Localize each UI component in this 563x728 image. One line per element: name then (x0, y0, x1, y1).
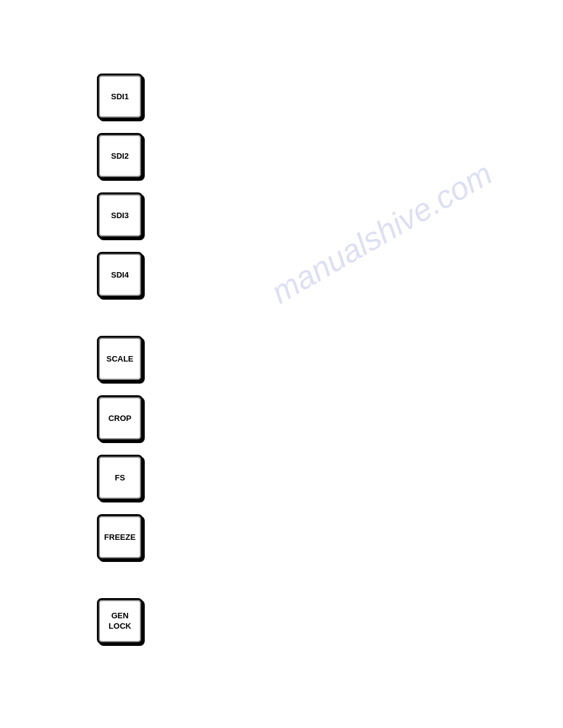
crop-label: CROP (109, 414, 132, 423)
freeze-button[interactable]: FREEZE (97, 514, 143, 560)
sdi3-button[interactable]: SDI3 (97, 192, 143, 238)
sdi4-button[interactable]: SDI4 (97, 252, 143, 298)
scale-button[interactable]: SCALE (97, 336, 143, 382)
scale-label: SCALE (106, 354, 133, 364)
watermark: manualshive.com (265, 155, 498, 311)
crop-button[interactable]: CROP (97, 395, 143, 441)
buttons-panel: SDI1 SDI2 SDI3 SDI4 SCALE CROP FS FREEZE… (97, 74, 143, 644)
sdi2-button[interactable]: SDI2 (97, 133, 143, 179)
genlock-label: GENLOCK (109, 611, 131, 632)
sdi3-label: SDI3 (111, 211, 129, 221)
fs-button[interactable]: FS (97, 455, 143, 501)
sdi1-label: SDI1 (111, 92, 129, 102)
genlock-button[interactable]: GENLOCK (97, 598, 143, 644)
freeze-label: FREEZE (104, 533, 136, 542)
fs-label: FS (115, 473, 125, 483)
sdi1-button[interactable]: SDI1 (97, 74, 143, 119)
sdi2-label: SDI2 (111, 151, 129, 161)
sdi4-label: SDI4 (111, 270, 129, 280)
